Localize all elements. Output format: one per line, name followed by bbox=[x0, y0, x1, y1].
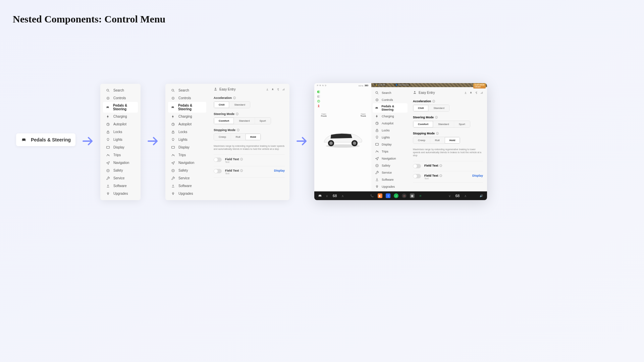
info-icon[interactable]: i bbox=[432, 100, 435, 103]
trunk-button[interactable]: OpenTrunk bbox=[361, 113, 366, 117]
bell-icon[interactable] bbox=[470, 92, 472, 94]
option-chill[interactable]: Chill bbox=[214, 102, 229, 108]
info-icon[interactable]: i bbox=[237, 129, 239, 131]
signal-icon[interactable] bbox=[282, 88, 285, 91]
sidebar-item-trips[interactable]: Trips bbox=[103, 151, 138, 159]
sidebar-item-navigation[interactable]: Navigation bbox=[373, 155, 408, 162]
option-comfort[interactable]: Comfort bbox=[214, 118, 234, 124]
temp-up-icon[interactable]: ∧ bbox=[341, 194, 344, 198]
sidebar-item-service[interactable]: Service bbox=[373, 169, 408, 176]
bluetooth-icon[interactable] bbox=[475, 92, 478, 94]
info-icon[interactable]: i bbox=[435, 116, 438, 119]
download-icon[interactable] bbox=[464, 92, 467, 94]
profile-name[interactable]: Easy Entry bbox=[219, 87, 235, 91]
download-icon[interactable] bbox=[266, 88, 269, 91]
temp-down-icon[interactable]: ∨ bbox=[448, 194, 451, 198]
volume-icon[interactable]: 🔊 bbox=[479, 193, 484, 198]
info-icon[interactable]: i bbox=[439, 174, 442, 177]
sidebar-item-search[interactable]: Search bbox=[103, 86, 138, 94]
sidebar-item-safety[interactable]: Safety bbox=[373, 162, 408, 169]
sidebar-item-trips[interactable]: Trips bbox=[373, 148, 408, 155]
sidebar-item-charging[interactable]: Charging bbox=[103, 113, 138, 120]
car-dock-icon[interactable] bbox=[318, 193, 322, 198]
temp-left[interactable]: 68 bbox=[333, 194, 337, 198]
bluetooth-icon[interactable]: ᚼ bbox=[386, 193, 390, 198]
toggle-1[interactable] bbox=[413, 164, 421, 168]
dashcam-icon[interactable]: ⎚ bbox=[418, 193, 423, 198]
info-icon[interactable]: i bbox=[240, 158, 243, 161]
sidebar-item-service[interactable]: Service bbox=[168, 174, 206, 182]
phone-icon[interactable]: 📞 bbox=[370, 193, 374, 198]
sidebar-item-upgrades[interactable]: Upgrades bbox=[373, 183, 408, 190]
sidebar-item-service[interactable]: Service bbox=[103, 174, 138, 182]
sidebar-item-display[interactable]: Display bbox=[168, 143, 206, 151]
toggle-2[interactable] bbox=[413, 174, 421, 178]
sidebar-item-chip[interactable]: Pedals & Steering bbox=[16, 133, 75, 146]
info-icon[interactable]: i bbox=[233, 97, 236, 99]
customize-order-badge[interactable]: CUSTOMIZE ORDER bbox=[473, 83, 486, 88]
display-action[interactable]: Display bbox=[472, 174, 483, 177]
option-comfort[interactable]: Comfort bbox=[413, 121, 433, 127]
sidebar-item-navigation[interactable]: Navigation bbox=[103, 159, 138, 167]
sidebar-item-locks[interactable]: Locks bbox=[168, 128, 206, 136]
sidebar-item-pedals[interactable]: Pedals & Steering bbox=[373, 103, 408, 113]
sidebar-item-upgrades[interactable]: Upgrades bbox=[168, 190, 206, 197]
option-roll[interactable]: Roll bbox=[231, 134, 246, 140]
option-hold[interactable]: Hold bbox=[246, 134, 261, 140]
sidebar-item-autopilot[interactable]: Autopilot bbox=[373, 120, 408, 127]
temp-up-icon[interactable]: ∧ bbox=[464, 194, 467, 198]
sidebar-item-search[interactable]: Search bbox=[373, 89, 408, 96]
info-icon[interactable]: i bbox=[240, 169, 243, 172]
bell-icon[interactable] bbox=[271, 88, 274, 91]
option-hold[interactable]: Hold bbox=[445, 137, 460, 143]
sidebar-item-display[interactable]: Display bbox=[103, 143, 138, 151]
sidebar-item-navigation[interactable]: Navigation bbox=[168, 159, 206, 167]
frunk-button[interactable]: OpenFrunk bbox=[321, 113, 327, 117]
sidebar-item-autopilot[interactable]: Autopilot bbox=[168, 120, 206, 128]
sidebar-item-safety[interactable]: Safety bbox=[103, 167, 138, 174]
sidebar-item-autopilot[interactable]: Autopilot bbox=[103, 120, 138, 128]
info-icon[interactable]: i bbox=[236, 113, 238, 115]
sidebar-item-lights[interactable]: Lights bbox=[168, 136, 206, 143]
sidebar-item-locks[interactable]: Locks bbox=[103, 128, 138, 136]
sidebar-item-controls[interactable]: Controls bbox=[373, 96, 408, 103]
sidebar-item-locks[interactable]: Locks bbox=[373, 127, 408, 134]
toggle-2[interactable] bbox=[214, 169, 222, 173]
temp-down-icon[interactable]: ∨ bbox=[326, 194, 328, 198]
app-icon-2[interactable]: ◎ bbox=[402, 193, 407, 198]
option-standard[interactable]: Standard bbox=[234, 118, 255, 124]
sidebar-item-software[interactable]: Software bbox=[373, 176, 408, 183]
app-icon-1[interactable]: ◧ bbox=[378, 193, 382, 198]
sidebar-item-software[interactable]: Software bbox=[168, 182, 206, 190]
sidebar-item-pedals[interactable]: Pedals & Steering bbox=[168, 102, 206, 113]
signal-icon[interactable] bbox=[480, 92, 483, 94]
bluetooth-icon[interactable] bbox=[277, 88, 279, 91]
sidebar-item-display[interactable]: Display bbox=[373, 141, 408, 148]
sidebar-item-search[interactable]: Search bbox=[168, 86, 206, 94]
option-standard[interactable]: Standard bbox=[429, 105, 449, 111]
temp-right[interactable]: 68 bbox=[455, 194, 460, 198]
sidebar-item-charging[interactable]: Charging bbox=[373, 113, 408, 120]
info-icon[interactable]: i bbox=[439, 164, 442, 167]
info-icon[interactable]: i bbox=[436, 132, 439, 135]
option-sport[interactable]: Sport bbox=[454, 121, 470, 127]
sidebar-item-charging[interactable]: Charging bbox=[168, 113, 206, 120]
sidebar-item-controls[interactable]: Controls bbox=[103, 94, 138, 102]
sidebar-item-software[interactable]: Software bbox=[103, 182, 138, 190]
sidebar-item-trips[interactable]: Trips bbox=[168, 151, 206, 159]
option-chill[interactable]: Chill bbox=[413, 105, 429, 111]
sidebar-item-pedals[interactable]: Pedals & Steering bbox=[103, 102, 138, 113]
sidebar-item-lights[interactable]: Lights bbox=[373, 134, 408, 141]
sidebar-item-upgrades[interactable]: Upgrades bbox=[103, 190, 138, 197]
option-roll[interactable]: Roll bbox=[430, 137, 445, 143]
sidebar-item-safety[interactable]: Safety bbox=[168, 167, 206, 174]
option-creep[interactable]: Creep bbox=[413, 137, 430, 143]
option-standard[interactable]: Standard bbox=[433, 121, 454, 127]
option-sport[interactable]: Sport bbox=[255, 118, 271, 124]
spotify-icon[interactable]: ♪ bbox=[394, 193, 398, 198]
sidebar-item-controls[interactable]: Controls bbox=[168, 94, 206, 102]
display-action[interactable]: Display bbox=[274, 169, 285, 172]
sidebar-item-lights[interactable]: Lights bbox=[103, 136, 138, 143]
toggle-1[interactable] bbox=[214, 158, 222, 162]
profile-name[interactable]: Easy Entry bbox=[419, 91, 435, 95]
